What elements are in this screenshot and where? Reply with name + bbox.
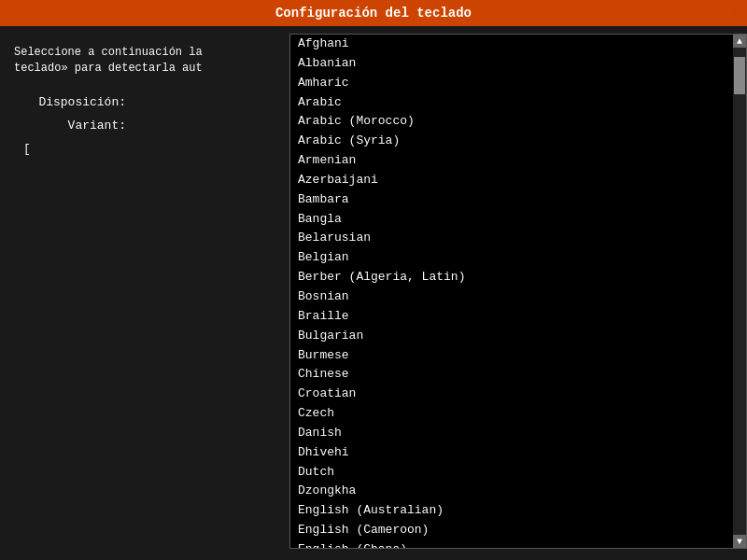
list-item[interactable]: Afghani xyxy=(290,35,733,54)
title-bar: Configuración del teclado xyxy=(0,0,747,26)
title-text: Configuración del teclado xyxy=(275,6,472,21)
description: Seleccione a continuación la teclado» pa… xyxy=(14,45,275,77)
list-item[interactable]: English (Australian) xyxy=(290,501,733,521)
list-item[interactable]: Amharic xyxy=(290,74,733,93)
list-item[interactable]: Azerbaijani xyxy=(290,171,733,190)
list-item[interactable]: Burmese xyxy=(290,346,733,366)
disposicion-row: Disposición: xyxy=(14,95,275,109)
list-item[interactable]: Belarusian xyxy=(290,229,733,248)
description-line2: teclado» para detectarla aut xyxy=(14,61,275,77)
list-item[interactable]: Dutch xyxy=(290,463,733,483)
list-item[interactable]: Dzongkha xyxy=(290,482,733,501)
list-item[interactable]: Czech xyxy=(290,404,733,424)
list-item[interactable]: Arabic (Morocco) xyxy=(290,112,733,132)
list-item[interactable]: Dhivehi xyxy=(290,443,733,463)
list-item[interactable]: Chinese xyxy=(290,365,733,385)
scrollbar-down-button[interactable]: ▼ xyxy=(733,535,746,548)
bracket-text: [ xyxy=(14,142,275,156)
list-item[interactable]: Bambara xyxy=(290,190,733,210)
description-line1: Seleccione a continuación la xyxy=(14,45,275,61)
scrollbar[interactable]: ▲ ▼ xyxy=(733,35,746,548)
list-item[interactable]: Bangla xyxy=(290,210,733,230)
scrollbar-track[interactable] xyxy=(733,48,746,535)
list-item[interactable]: Berber (Algeria, Latin) xyxy=(290,268,733,287)
main-area: Seleccione a continuación la teclado» pa… xyxy=(0,26,747,556)
list-item[interactable]: Braille xyxy=(290,307,733,327)
list-item[interactable]: Croatian xyxy=(290,385,733,404)
language-list[interactable]: AfghaniAlbanianAmharicArabicArabic (Moro… xyxy=(290,35,733,548)
variant-label: Variant: xyxy=(14,119,126,133)
language-list-container[interactable]: AfghaniAlbanianAmharicArabicArabic (Moro… xyxy=(289,34,747,549)
left-panel: Seleccione a continuación la teclado» pa… xyxy=(0,26,289,556)
scrollbar-thumb[interactable] xyxy=(734,57,745,94)
list-item[interactable]: Arabic (Syria) xyxy=(290,132,733,151)
right-panel: AfghaniAlbanianAmharicArabicArabic (Moro… xyxy=(289,26,747,556)
variant-row: Variant: xyxy=(14,119,275,133)
list-item[interactable]: Arabic xyxy=(290,93,733,113)
list-item[interactable]: Danish xyxy=(290,424,733,443)
list-item[interactable]: Armenian xyxy=(290,151,733,171)
list-item[interactable]: Bosnian xyxy=(290,287,733,307)
list-item[interactable]: English (Cameroon) xyxy=(290,521,733,540)
list-item[interactable]: English (Ghana) xyxy=(290,540,733,548)
list-item[interactable]: Bulgarian xyxy=(290,327,733,346)
list-item[interactable]: Belgian xyxy=(290,248,733,268)
disposicion-label: Disposición: xyxy=(14,95,126,109)
list-item[interactable]: Albanian xyxy=(290,54,733,74)
scrollbar-up-button[interactable]: ▲ xyxy=(733,35,746,48)
top-right-label: lp ] xyxy=(706,6,738,21)
